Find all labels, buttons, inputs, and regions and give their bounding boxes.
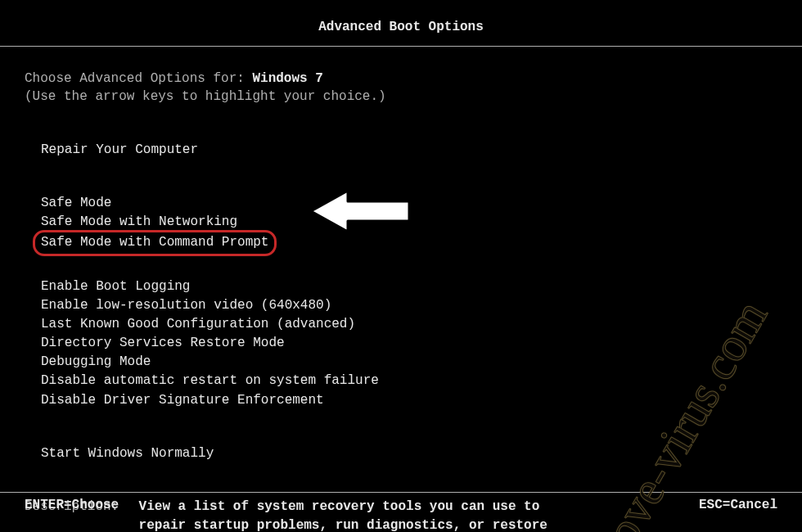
footer-esc: ESC=Cancel [699, 498, 777, 512]
option-safe-mode-command-prompt[interactable]: Safe Mode with Command Prompt [41, 233, 268, 252]
option-repair-your-computer[interactable]: Repair Your Computer [41, 141, 802, 160]
option-safe-mode-networking[interactable]: Safe Mode with Networking [41, 213, 802, 232]
option-last-known-good[interactable]: Last Known Good Configuration (advanced) [41, 315, 802, 334]
option-debugging-mode[interactable]: Debugging Mode [41, 353, 802, 372]
page-title: Advanced Boot Options [0, 0, 802, 46]
option-safe-mode[interactable]: Safe Mode [41, 194, 802, 213]
option-disable-driver-signature[interactable]: Disable Driver Signature Enforcement [41, 391, 802, 410]
intro-hint: (Use the arrow keys to highlight your ch… [25, 88, 802, 106]
option-low-res-video[interactable]: Enable low-resolution video (640x480) [41, 296, 802, 315]
intro-prefix: Choose Advanced Options for: [25, 71, 252, 86]
footer-bar: ENTER=Choose ESC=Cancel [0, 492, 802, 512]
option-directory-services-restore[interactable]: Directory Services Restore Mode [41, 334, 802, 353]
intro-line: Choose Advanced Options for: Windows 7 [25, 70, 802, 88]
option-disable-auto-restart[interactable]: Disable automatic restart on system fail… [41, 372, 802, 390]
option-start-windows-normally[interactable]: Start Windows Normally [41, 444, 802, 463]
option-enable-boot-logging[interactable]: Enable Boot Logging [41, 277, 802, 296]
os-name: Windows 7 [252, 71, 322, 86]
footer-enter: ENTER=Choose [25, 498, 119, 512]
